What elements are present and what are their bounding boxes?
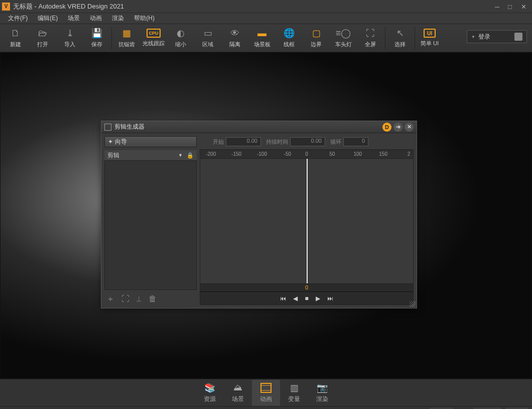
boundary-button[interactable]: ▢边界 bbox=[303, 25, 330, 52]
tab-variable[interactable]: ▥变量 bbox=[280, 380, 308, 406]
avatar-icon bbox=[514, 33, 522, 41]
tab-animation[interactable]: 动画 bbox=[252, 380, 280, 406]
menu-help[interactable]: 帮助(H) bbox=[129, 13, 160, 24]
window-title: 无标题 - Autodesk VRED Design 2021 bbox=[13, 2, 495, 11]
file-icon: 🗋 bbox=[9, 28, 22, 39]
resize-grip[interactable] bbox=[410, 301, 416, 307]
loop-input[interactable]: 0 bbox=[343, 137, 368, 146]
app-icon: V bbox=[2, 3, 10, 11]
menu-file[interactable]: 文件(F) bbox=[3, 13, 33, 24]
film-icon bbox=[260, 382, 272, 393]
tab-render[interactable]: 📷渲染 bbox=[308, 380, 336, 406]
chevron-down-icon: ▼ bbox=[471, 35, 475, 39]
stop-button[interactable]: ■ bbox=[305, 295, 308, 302]
import-icon: ⤓ bbox=[63, 28, 76, 39]
sceneboard-icon: ▬ bbox=[255, 28, 269, 39]
duration-input[interactable]: 0.00 bbox=[290, 137, 325, 146]
scene-icon: ⛰ bbox=[232, 382, 244, 393]
cpu-icon: CPU bbox=[147, 29, 161, 38]
sceneboard-button[interactable]: ▬场景板 bbox=[248, 25, 276, 52]
playhead-position: 0 bbox=[305, 284, 308, 290]
timeline-ruler[interactable]: -200 -150 -100 -50 0 50 100 150 2 bbox=[200, 150, 413, 159]
rewind-button[interactable]: ◀ bbox=[293, 295, 298, 302]
clip-generator-panel: 剪辑生成器 D ➔ ✕ ✦ 向导 剪辑 ▼ 🔒 ＋ ⛶ ⟂ bbox=[101, 121, 417, 309]
lock-icon: 🔒 bbox=[187, 152, 194, 159]
svg-rect-0 bbox=[261, 383, 271, 392]
reduce-button[interactable]: ◐缩小 bbox=[167, 25, 194, 52]
region-icon: ▭ bbox=[201, 28, 214, 39]
simpleui-button[interactable]: UI简单 UI bbox=[416, 25, 443, 52]
open-button[interactable]: 🗁打开 bbox=[29, 25, 56, 52]
playhead[interactable] bbox=[307, 159, 308, 283]
duration-label: 持续时间 bbox=[266, 138, 288, 146]
import-button[interactable]: ⤓导入 bbox=[56, 25, 83, 52]
books-icon: 📚 bbox=[204, 382, 216, 393]
add-button[interactable]: ＋ bbox=[106, 294, 114, 304]
reduce-icon: ◐ bbox=[174, 28, 187, 39]
folder-icon: 🗁 bbox=[36, 28, 49, 39]
region-button[interactable]: ▭区域 bbox=[194, 25, 221, 52]
globe-icon: 🌐 bbox=[283, 28, 296, 39]
menu-render[interactable]: 渲染 bbox=[107, 13, 129, 24]
align-button[interactable]: ⟂ bbox=[137, 294, 142, 303]
eye-icon: 👁 bbox=[228, 28, 241, 39]
antialias-icon: ▦ bbox=[120, 28, 133, 39]
menu-edit[interactable]: 编辑(E) bbox=[33, 13, 63, 24]
minimize-button[interactable]: ─ bbox=[495, 3, 504, 10]
panel-d-button[interactable]: D bbox=[382, 123, 391, 132]
clip-list[interactable] bbox=[104, 160, 197, 290]
login-dropdown[interactable]: ▼ 登录 bbox=[467, 30, 527, 43]
viewport-3d[interactable]: 剪辑生成器 D ➔ ✕ ✦ 向导 剪辑 ▼ 🔒 ＋ ⛶ ⟂ bbox=[0, 52, 532, 379]
panel-close-button[interactable]: ✕ bbox=[405, 123, 414, 132]
maximize-button[interactable]: □ bbox=[508, 3, 517, 10]
panel-arrow-button[interactable]: ➔ bbox=[393, 123, 403, 132]
headlight-icon: ≡◯ bbox=[337, 28, 350, 39]
wizard-button[interactable]: ✦ 向导 bbox=[104, 136, 197, 147]
timeline-body[interactable] bbox=[200, 159, 413, 283]
save-button[interactable]: 💾保存 bbox=[83, 25, 110, 52]
delete-button[interactable]: 🗑 bbox=[149, 294, 157, 303]
select-button[interactable]: ↖选择 bbox=[386, 25, 414, 52]
camera-icon: 📷 bbox=[316, 382, 328, 393]
cards-icon: ▥ bbox=[288, 382, 300, 393]
start-label: 开始 bbox=[213, 138, 224, 146]
menu-scene[interactable]: 场景 bbox=[63, 13, 85, 24]
tab-scene[interactable]: ⛰场景 bbox=[224, 380, 252, 406]
loop-label: 循环 bbox=[330, 138, 341, 146]
menu-animation[interactable]: 动画 bbox=[85, 13, 107, 24]
isolate-button[interactable]: 👁隔离 bbox=[221, 25, 248, 52]
tab-resource[interactable]: 📚资源 bbox=[196, 380, 224, 406]
chevron-down-icon: ▼ bbox=[178, 153, 183, 158]
panel-title: 剪辑生成器 bbox=[114, 123, 380, 131]
clip-dropdown[interactable]: 剪辑 ▼ 🔒 bbox=[104, 150, 197, 160]
login-label: 登录 bbox=[478, 33, 490, 41]
play-button[interactable]: ▶ bbox=[316, 295, 320, 302]
boundary-icon: ▢ bbox=[310, 28, 323, 39]
raytrace-button[interactable]: CPU光线跟踪 bbox=[140, 25, 167, 52]
cursor-icon: ↖ bbox=[393, 28, 407, 39]
antialias-button[interactable]: ▦抗锯齿 bbox=[113, 25, 140, 52]
start-input[interactable]: 0.00 bbox=[226, 137, 261, 146]
save-icon: 💾 bbox=[90, 28, 103, 39]
wireframe-button[interactable]: 🌐线框 bbox=[276, 25, 303, 52]
fullscreen-icon: ⛶ bbox=[364, 28, 377, 39]
wand-icon: ✦ bbox=[108, 138, 113, 145]
fullscreen-button[interactable]: ⛶全屏 bbox=[357, 25, 384, 52]
skip-fwd-button[interactable]: ⏭ bbox=[327, 295, 333, 302]
new-button[interactable]: 🗋新建 bbox=[2, 25, 29, 52]
skip-back-button[interactable]: ⏮ bbox=[280, 295, 286, 302]
close-button[interactable]: ✕ bbox=[521, 3, 530, 10]
headlight-button[interactable]: ≡◯车头灯 bbox=[330, 25, 357, 52]
focus-button[interactable]: ⛶ bbox=[121, 294, 129, 303]
ui-icon: UI bbox=[424, 29, 436, 38]
panel-icon bbox=[104, 124, 111, 131]
